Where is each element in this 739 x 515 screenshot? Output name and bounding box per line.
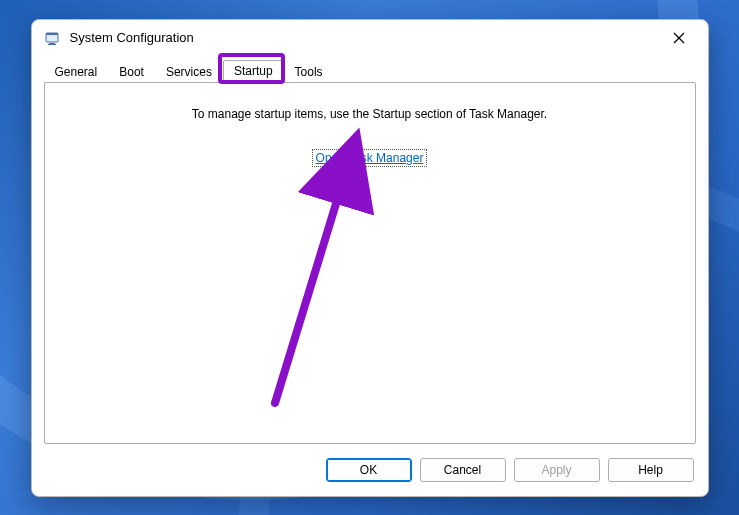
dialog-buttons: OK Cancel Apply Help bbox=[32, 452, 708, 496]
help-button[interactable]: Help bbox=[608, 458, 694, 482]
system-configuration-dialog: System Configuration General Boot Servic… bbox=[31, 19, 709, 497]
svg-rect-3 bbox=[48, 44, 56, 45]
tab-tools[interactable]: Tools bbox=[284, 61, 334, 83]
ok-button[interactable]: OK bbox=[326, 458, 412, 482]
tab-bar: General Boot Services Startup Tools bbox=[44, 58, 696, 82]
tab-startup[interactable]: Startup bbox=[223, 60, 284, 83]
tab-services[interactable]: Services bbox=[155, 61, 223, 83]
close-button[interactable] bbox=[658, 23, 700, 53]
open-task-manager-link[interactable]: Open Task Manager bbox=[314, 151, 426, 165]
tab-content: To manage startup items, use the Startup… bbox=[44, 82, 696, 444]
tab-boot[interactable]: Boot bbox=[108, 61, 155, 83]
tab-general[interactable]: General bbox=[44, 61, 109, 83]
svg-line-7 bbox=[275, 158, 350, 403]
app-icon bbox=[44, 29, 62, 47]
titlebar: System Configuration bbox=[32, 20, 708, 56]
cancel-button[interactable]: Cancel bbox=[420, 458, 506, 482]
window-title: System Configuration bbox=[70, 30, 658, 45]
annotation-arrow bbox=[45, 83, 685, 444]
apply-button[interactable]: Apply bbox=[514, 458, 600, 482]
instruction-text: To manage startup items, use the Startup… bbox=[65, 107, 675, 121]
svg-rect-1 bbox=[46, 33, 58, 35]
